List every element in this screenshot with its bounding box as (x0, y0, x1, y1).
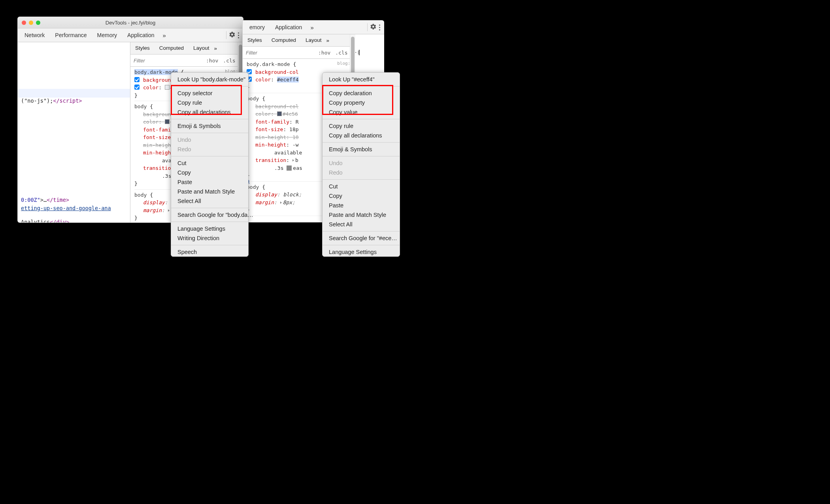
selector[interactable]: body.dark-mode (247, 61, 290, 67)
css-value[interactable]: available (274, 150, 302, 156)
css-property[interactable]: background-col (255, 69, 299, 75)
css-property[interactable]: font-family (255, 119, 289, 125)
styles-filter-input[interactable] (243, 50, 316, 56)
menu-item-paste-match[interactable]: Paste and Match Style (323, 210, 400, 220)
kebab-menu-icon[interactable] (377, 24, 383, 30)
css-property[interactable]: min-height (143, 142, 174, 148)
tab-application[interactable]: Application (270, 21, 307, 34)
tab-memory[interactable]: Memory (92, 28, 123, 42)
css-value[interactable]: 18p (289, 126, 298, 132)
menu-item-emoji[interactable]: Emoji & Symbols (171, 121, 248, 131)
css-property[interactable]: background-col (255, 103, 299, 109)
menu-item-speech[interactable]: Speech (171, 247, 248, 257)
css-property[interactable]: min-height (255, 134, 286, 140)
menu-item-lookup[interactable]: Look Up "body.dark-mode" (171, 75, 248, 84)
css-property[interactable]: font-size (255, 126, 283, 132)
expand-icon[interactable] (280, 201, 282, 204)
menu-item-language[interactable]: Language Settings (323, 247, 400, 257)
styles-filter-input[interactable] (130, 58, 204, 64)
menu-item-copy-all-declarations[interactable]: Copy all declarations (171, 107, 248, 117)
cls-toggle[interactable]: .cls (221, 58, 238, 64)
menu-item-lookup[interactable]: Look Up "#eceff4" (323, 75, 400, 84)
expand-icon[interactable] (292, 159, 294, 162)
expand-icon[interactable] (168, 209, 170, 212)
menu-item-copy-declaration[interactable]: Copy declaration (323, 88, 400, 98)
checkbox-icon[interactable] (134, 77, 140, 82)
css-value[interactable]: #eceff4 (277, 77, 299, 83)
tab-styles[interactable]: Styles (130, 42, 155, 54)
css-property[interactable]: margin (143, 207, 162, 213)
css-property[interactable]: min-height (143, 150, 174, 156)
menu-item-paste[interactable]: Paste (171, 177, 248, 187)
menu-item-copy-property[interactable]: Copy property (323, 98, 400, 107)
tab-layout[interactable]: Layout (301, 34, 326, 46)
menu-item-cut[interactable]: Cut (171, 158, 248, 168)
menu-item-paste-match[interactable]: Paste and Match Style (171, 187, 248, 196)
css-property[interactable]: color (255, 111, 271, 117)
checkbox-icon[interactable] (134, 85, 140, 90)
menu-item-copy-value[interactable]: Copy value (323, 107, 400, 117)
menu-item-search-google[interactable]: Search Google for "body.da… (171, 210, 248, 220)
tab-network[interactable]: Network (19, 28, 50, 42)
subtabs-overflow[interactable]: » (214, 45, 217, 51)
menu-item-copy-rule[interactable]: Copy rule (171, 98, 248, 107)
dom-tree[interactable]: ("no-js");</script> 0:00Z">…</time> etti… (18, 42, 130, 223)
menu-item-copy[interactable]: Copy (323, 191, 400, 201)
color-swatch-icon[interactable] (277, 111, 282, 116)
menu-item-paste[interactable]: Paste (323, 201, 400, 210)
menu-item-select-all[interactable]: Select All (171, 196, 248, 206)
hov-toggle[interactable]: :hov (204, 58, 221, 64)
css-property[interactable]: transition (255, 157, 286, 163)
tab-memory-cut[interactable]: emory (244, 21, 270, 34)
tab-styles[interactable]: Styles (243, 34, 267, 46)
selector[interactable]: body (134, 192, 147, 198)
css-property[interactable]: display (143, 199, 165, 205)
menu-item-copy-selector[interactable]: Copy selector (171, 88, 248, 98)
css-property[interactable]: margin (255, 199, 274, 205)
menu-item-emoji[interactable]: Emoji & Symbols (323, 145, 400, 154)
zoom-window-icon[interactable] (36, 21, 40, 25)
kebab-menu-icon[interactable] (236, 32, 241, 38)
hov-toggle[interactable]: :hov (316, 50, 333, 56)
menu-item-select-all[interactable]: Select All (323, 220, 400, 229)
gear-icon[interactable] (229, 31, 236, 39)
tab-application[interactable]: Application (122, 28, 160, 42)
menu-item-search-google[interactable]: Search Google for "#ece… (323, 233, 400, 243)
menu-item-copy-rule[interactable]: Copy rule (323, 121, 400, 131)
subtabs-overflow[interactable]: » (326, 38, 330, 43)
selector[interactable]: body (134, 103, 147, 109)
menu-item-writing-direction[interactable]: Writing Direction (171, 233, 248, 243)
cls-toggle[interactable]: .cls (333, 50, 350, 56)
tabs-overflow[interactable]: » (307, 24, 317, 31)
easing-icon[interactable] (287, 165, 292, 171)
menu-item-copy-all-declarations[interactable]: Copy all declarations (323, 131, 400, 140)
css-value[interactable]: eas (293, 165, 302, 171)
css-property[interactable]: color (143, 119, 158, 125)
css-property[interactable]: min-height (255, 142, 286, 148)
css-property[interactable]: color (143, 85, 158, 90)
css-property[interactable]: color (255, 77, 271, 83)
minimize-window-icon[interactable] (29, 21, 33, 25)
css-value[interactable]: b (295, 157, 298, 163)
close-window-icon[interactable] (22, 21, 26, 25)
css-value[interactable]: block (283, 192, 298, 197)
css-value[interactable]: 10 (292, 134, 299, 140)
tab-computed[interactable]: Computed (267, 34, 301, 46)
menu-item-language[interactable]: Language Settings (171, 224, 248, 233)
css-value[interactable]: .3s (162, 173, 171, 179)
url-fragment[interactable]: etting-up-seo-and-google-ana (21, 205, 111, 211)
css-property[interactable]: display (255, 192, 277, 197)
css-value[interactable]: -w (292, 142, 299, 148)
tab-computed[interactable]: Computed (155, 42, 189, 54)
color-swatch-icon[interactable] (165, 85, 170, 90)
tab-layout[interactable]: Layout (189, 42, 214, 54)
css-value[interactable]: 8px (283, 199, 292, 205)
sidebar-toggle-icon[interactable] (359, 50, 360, 55)
css-property[interactable]: transition (143, 165, 174, 171)
menu-item-copy[interactable]: Copy (171, 168, 248, 177)
titlebar[interactable]: DevTools - jec.fyi/blog (18, 17, 243, 28)
css-value[interactable]: #4c56 (283, 111, 298, 117)
tab-performance[interactable]: Performance (50, 28, 92, 42)
css-value[interactable]: .3s (274, 165, 283, 171)
css-property[interactable]: font-size (143, 134, 171, 140)
